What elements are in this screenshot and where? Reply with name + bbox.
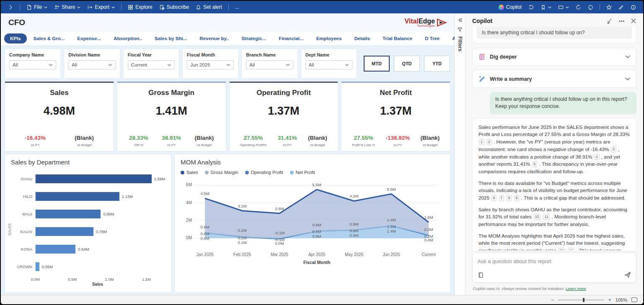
suggestion-dig-deeper[interactable]: Dig deeper — [472, 48, 636, 66]
tab-sales-growth[interactable]: Sales & Gro... — [28, 33, 71, 44]
info-button[interactable] — [628, 3, 639, 11]
bar[interactable] — [36, 174, 152, 183]
citation-chip[interactable]: 10 — [533, 214, 541, 220]
kpi-title: Sales — [10, 89, 109, 97]
citation-chip[interactable]: 1 — [479, 139, 484, 145]
bar[interactable] — [36, 210, 101, 218]
kpi-card-operating-profit[interactable]: Operating Profit 1.37M 27.55%Operating P… — [230, 82, 338, 151]
explore-button-label: Explore — [135, 4, 153, 10]
mom-analysis-chart[interactable]: MOM Analysis Sales Gross Margin Operatin… — [175, 154, 450, 292]
tab-kpis[interactable]: KPIs — [4, 33, 27, 44]
bookmarks-menu[interactable] — [538, 3, 554, 11]
slicer-row: Company Name All Division Name All Fisca… — [5, 49, 450, 78]
kpi-card-sales[interactable]: Sales 4.98M -16.43%vs PY (Blank)vs Budge… — [5, 82, 114, 151]
bar-row[interactable]: KAUAI0.78M — [13, 227, 165, 236]
kpi-value: 1.37M — [347, 105, 445, 118]
bar[interactable] — [36, 262, 39, 271]
copilot-toolbar-button[interactable]: Copilot — [496, 3, 525, 11]
legend-item-operating-profit[interactable]: Operating Profit — [245, 170, 283, 175]
zoom-slider-thumb[interactable] — [583, 298, 585, 302]
expand-nav-icon[interactable] — [5, 3, 16, 11]
citation-chip[interactable]: 3 — [611, 146, 616, 153]
subscribe-button[interactable]: Subscribe — [156, 3, 192, 11]
sales-by-department-chart[interactable]: Sales by Department SALES OAHU1.59M HILO… — [5, 154, 171, 292]
citation-chip[interactable]: 6 — [491, 195, 497, 201]
suggestion-write-summary[interactable]: Write a summary — [472, 70, 636, 88]
tab-details[interactable]: Details — [348, 33, 376, 44]
bar-row[interactable]: HILO1.13M — [13, 192, 165, 201]
explore-button[interactable]: Explore — [125, 3, 155, 11]
zoom-in-button[interactable]: + — [608, 297, 611, 303]
close-icon[interactable] — [631, 18, 636, 24]
kpi-card-gross-margin[interactable]: Gross Margin 1.41M 28.33%GM % 38.91%vs P… — [117, 82, 226, 151]
citation-chip[interactable]: 12 — [558, 248, 565, 250]
slicer-dropdown[interactable]: All — [246, 60, 293, 69]
slicer-dropdown[interactable]: Current — [128, 60, 175, 69]
slicer-dropdown[interactable]: Jun 2025 — [187, 60, 234, 69]
share-menu[interactable]: Share — [51, 3, 83, 11]
file-menu-label: File — [34, 4, 42, 10]
fit-to-page-icon[interactable] — [631, 297, 637, 302]
edit-button[interactable] — [616, 3, 627, 11]
ytd-button[interactable]: YTD — [424, 56, 450, 72]
bar-row[interactable]: CROWN0.05M — [13, 262, 165, 271]
expand-pane-icon[interactable] — [458, 18, 463, 23]
tab-sales-by-ship[interactable]: Sales by Shi... — [149, 33, 193, 44]
legend-item-gross-margin[interactable]: Gross Margin — [205, 170, 238, 175]
citation-chip[interactable]: 9 — [514, 195, 520, 201]
export-menu[interactable]: Export — [84, 3, 118, 11]
copilot-question-input[interactable] — [478, 259, 631, 264]
bar-row[interactable]: MAUI0.88M — [13, 209, 165, 218]
bar[interactable] — [36, 192, 119, 201]
more-options-icon[interactable] — [618, 18, 625, 24]
favorite-button[interactable] — [603, 3, 615, 11]
clear-chat-icon[interactable] — [606, 18, 613, 24]
tab-employees[interactable]: Employees — [310, 33, 348, 44]
citation-chip[interactable]: 8 — [507, 195, 512, 201]
legend-item-sales[interactable]: Sales — [181, 170, 198, 175]
refresh-button[interactable] — [573, 3, 584, 11]
citation-chip[interactable]: 7 — [499, 195, 504, 201]
citation-chip[interactable]: 11 — [543, 214, 550, 220]
qtd-button[interactable]: QTD — [394, 56, 420, 72]
bar[interactable] — [36, 245, 75, 254]
slicer-value: All — [72, 62, 77, 67]
send-icon[interactable] — [624, 272, 631, 278]
file-menu[interactable]: File — [23, 3, 50, 11]
legend-item-net-profit[interactable]: Net Profit — [290, 170, 315, 175]
kpi-value: 1.41M — [122, 105, 221, 118]
tab-trial-balance[interactable]: Trial Balance — [377, 33, 418, 44]
prompt-guide-icon[interactable] — [478, 272, 484, 278]
reset-button[interactable] — [525, 3, 537, 11]
tab-revenue-by[interactable]: Revenue by.. — [194, 33, 235, 44]
tab-strategic[interactable]: Strategic... — [235, 33, 272, 44]
filters-pane-collapsed[interactable]: Filters — [455, 13, 466, 295]
tab-expense[interactable]: Expense... — [71, 33, 107, 44]
copilot-conversation[interactable]: Is there anything critical I should foll… — [466, 27, 643, 250]
more-options-button[interactable]: ... — [232, 3, 242, 11]
kpi-card-net-profit[interactable]: Net Profit 1.37M 27.55%Profit N Loss % -… — [341, 82, 450, 151]
set-alert-button[interactable]: Set alert — [193, 3, 225, 11]
status-bar: − + 105% — [1, 295, 643, 304]
slicer-dropdown[interactable]: All — [9, 60, 56, 69]
tab-d-tree[interactable]: D Tree — [419, 33, 445, 44]
tab-financial[interactable]: Financial... — [273, 33, 309, 44]
mtd-button[interactable]: MTD — [364, 56, 390, 72]
learn-more-link[interactable]: Learn more — [566, 286, 586, 291]
area-chart-plot[interactable]: 0M2M4M6M4.5M3.1M2.8M5.5M4.2M5.0M1.8M0.6M… — [177, 176, 447, 265]
citation-chip[interactable]: 5 — [532, 161, 538, 167]
chevron-down-icon — [345, 64, 349, 66]
citation-chip[interactable]: 4 — [594, 154, 600, 160]
citation-chip[interactable]: 11 — [568, 248, 575, 250]
bar-row[interactable]: KONA0.54M — [13, 244, 165, 254]
view-menu[interactable] — [555, 3, 572, 11]
zoom-slider[interactable] — [558, 300, 604, 300]
bar-row[interactable]: OAHU1.59M — [13, 174, 165, 183]
slicer-dropdown[interactable]: All — [305, 60, 352, 69]
citation-chip[interactable]: 2 — [486, 139, 492, 145]
comments-button[interactable] — [585, 3, 596, 11]
bar[interactable] — [36, 227, 93, 236]
tab-absorption[interactable]: Absorption.. — [108, 33, 148, 44]
slicer-dropdown[interactable]: All — [68, 60, 115, 69]
zoom-out-button[interactable]: − — [551, 297, 554, 303]
